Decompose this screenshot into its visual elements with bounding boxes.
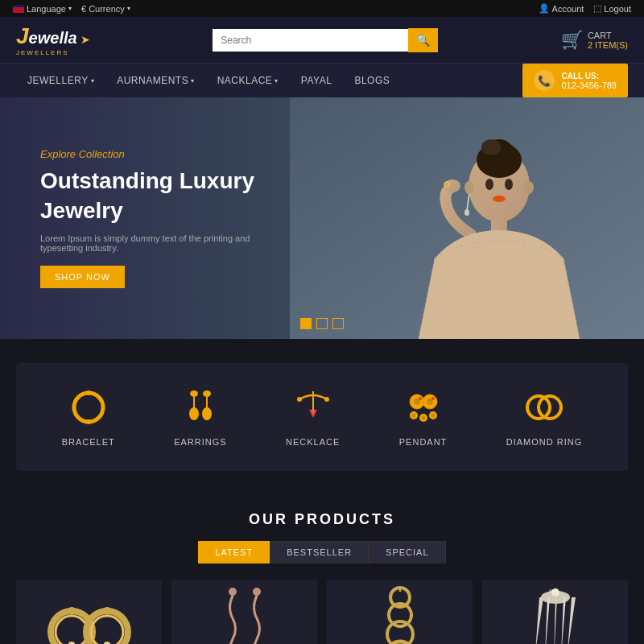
categories-grid: BRACELET EARRINGS [16, 363, 628, 471]
svg-point-7 [481, 139, 501, 155]
product-card-2[interactable] [171, 580, 317, 644]
logo-sub: JEWELLERS [16, 49, 90, 56]
hero-desc: Lorem Ipsum is simply dummy text of the … [40, 233, 282, 253]
call-number: 012-3456-789 [561, 80, 617, 90]
logo-letter: J [16, 23, 29, 49]
search-button[interactable]: 🔍 [408, 28, 438, 52]
tab-latest[interactable]: LATEST [198, 541, 270, 564]
products-title: OUR PRODUCTS [16, 511, 628, 528]
product-image-3 [352, 580, 448, 644]
main-nav: JEWELLERY ▾ AURNAMENTS ▾ NACKLACE ▾ PAYA… [0, 64, 644, 97]
svg-point-24 [203, 390, 211, 397]
category-earrings[interactable]: EARRINGS [174, 387, 226, 447]
necklace-icon [293, 387, 333, 427]
svg-point-49 [68, 607, 76, 615]
svg-point-8 [502, 144, 515, 163]
nacklace-chevron: ▾ [275, 77, 279, 85]
svg-point-15 [464, 209, 469, 216]
svg-point-72 [549, 589, 554, 592]
hero-dot-3[interactable] [332, 318, 344, 329]
product-image-1 [41, 580, 138, 644]
pendant-icon [403, 387, 444, 427]
products-section: OUR PRODUCTS LATEST BESTSELLER SPECIAL [0, 495, 644, 644]
logout-icon: ⬚ [593, 3, 601, 14]
logo-arrow-icon: ➤ [80, 33, 90, 46]
aurnaments-chevron: ▾ [191, 77, 195, 85]
call-label: CALL US: [561, 72, 617, 80]
svg-point-13 [524, 181, 534, 194]
account-link[interactable]: 👤 Account [539, 3, 584, 14]
svg-point-9 [485, 179, 493, 190]
categories-section: BRACELET EARRINGS [0, 339, 644, 495]
nav-item-payal[interactable]: PAYAL [290, 65, 344, 96]
products-header: OUR PRODUCTS [16, 511, 628, 528]
phone-icon: 📞 [534, 70, 555, 91]
category-bracelet[interactable]: BRACELET [62, 387, 115, 447]
nav-item-blogs[interactable]: BLOGS [343, 65, 401, 96]
svg-point-37 [411, 414, 415, 418]
cart-label: CART [588, 31, 628, 40]
product-card-1[interactable] [16, 580, 162, 644]
earrings-icon [180, 387, 221, 427]
top-bar-right: 👤 Account ⬚ Logout [539, 3, 631, 14]
logo[interactable]: J ewella ➤ JEWELLERS [16, 23, 90, 56]
tab-bestseller[interactable]: BESTSELLER [270, 541, 369, 564]
flag-icon [13, 5, 24, 13]
diamond-ring-label: DIAMOND RING [506, 437, 583, 447]
logout-label: Logout [604, 4, 631, 14]
products-tabs: LATEST BESTSELLER SPECIAL [16, 541, 628, 564]
top-bar: Language ▾ € Currency ▾ 👤 Account ⬚ Logo… [0, 0, 644, 17]
product-image-2 [196, 580, 293, 644]
shop-now-button[interactable]: SHOP NOW [40, 266, 125, 288]
cart-button[interactable]: 🛒 CART 2 ITEM(S) [561, 30, 628, 51]
language-selector[interactable]: Language ▾ [13, 4, 72, 14]
bracelet-icon [68, 387, 109, 427]
cart-bag-icon: 🛒 [561, 30, 583, 51]
svg-point-18 [74, 393, 103, 422]
product-card-3[interactable] [327, 580, 473, 644]
hero-dot-1[interactable] [300, 318, 312, 329]
svg-point-11 [493, 196, 506, 202]
svg-point-38 [421, 416, 425, 420]
svg-point-39 [431, 414, 435, 418]
category-diamond-ring[interactable]: DIAMOND RING [506, 387, 583, 447]
svg-point-54 [229, 588, 237, 596]
logout-link[interactable]: ⬚ Logout [593, 3, 631, 14]
hero-content: Explore Collection Outstanding Luxury Je… [0, 124, 322, 312]
bracelet-label: BRACELET [62, 437, 115, 447]
hero-dots [300, 318, 344, 329]
svg-rect-53 [196, 580, 293, 644]
products-grid [16, 580, 628, 644]
hero-subtitle: Explore Collection [40, 148, 282, 160]
svg-point-28 [324, 397, 329, 402]
call-button[interactable]: 📞 CALL US: 012-3456-789 [522, 64, 628, 97]
search-input[interactable] [213, 29, 408, 52]
nav-item-aurnaments[interactable]: AURNAMENTS ▾ [105, 65, 206, 96]
svg-point-56 [253, 588, 261, 596]
currency-label: € Currency [81, 4, 125, 14]
top-bar-left: Language ▾ € Currency ▾ [13, 4, 130, 14]
logo-rest: ewella [29, 29, 77, 47]
hero-image-area [290, 97, 644, 339]
language-label: Language [27, 4, 66, 14]
svg-point-50 [103, 607, 111, 615]
diamond-ring-icon [524, 387, 564, 427]
tab-special[interactable]: SPECIAL [369, 541, 445, 564]
svg-point-12 [464, 181, 474, 194]
header: J ewella ➤ JEWELLERS 🔍 🛒 CART 2 ITEM(S) [0, 17, 644, 64]
product-card-4[interactable] [482, 580, 628, 644]
category-necklace[interactable]: NECKLACE [286, 387, 340, 447]
earrings-label: EARRINGS [174, 437, 226, 447]
hero-title: Outstanding Luxury Jewelry [40, 167, 282, 225]
category-pendant[interactable]: PENDANT [399, 387, 448, 447]
nav-item-nacklace[interactable]: NACKLACE ▾ [206, 65, 290, 96]
call-info: CALL US: 012-3456-789 [561, 72, 617, 90]
nav-links: JEWELLERY ▾ AURNAMENTS ▾ NACKLACE ▾ PAYA… [16, 65, 401, 96]
currency-selector[interactable]: € Currency ▾ [81, 4, 130, 14]
svg-point-27 [297, 397, 302, 402]
nav-item-jewellery[interactable]: JEWELLERY ▾ [16, 65, 105, 96]
hero-dot-2[interactable] [316, 318, 328, 329]
cart-count: 2 ITEM(S) [588, 40, 628, 50]
hero-woman-svg [290, 97, 644, 339]
svg-point-20 [86, 419, 91, 424]
